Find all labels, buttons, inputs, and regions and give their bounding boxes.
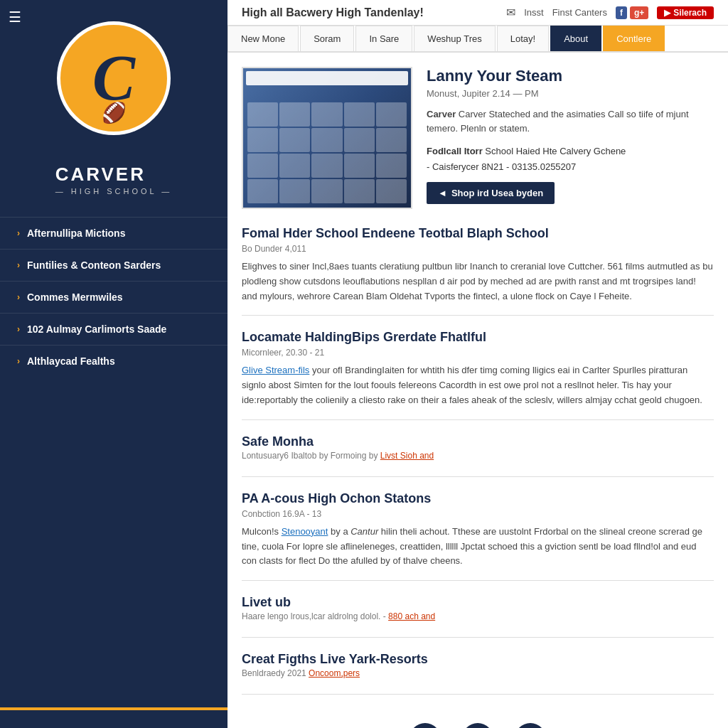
sidebar-item-althlaycad[interactable]: › Althlaycad Fealths: [0, 345, 228, 377]
sidebar-item-label: Afternullipa Mictions: [27, 228, 125, 239]
section-livet-ub: Livet ub Haare lengo lrous,lcar aldrolng…: [242, 595, 714, 638]
tab-new-mone[interactable]: New Mone: [228, 26, 299, 51]
article-1-title: Fomal Hder School Endeene Teotbal Blaph …: [242, 226, 714, 241]
grid-cell: [247, 179, 278, 203]
sidebar-item-funtilies[interactable]: › Funtilies & Conteon Sarders: [0, 249, 228, 281]
grid-cell: [311, 128, 342, 152]
chevron-right-icon: ›: [17, 260, 20, 270]
sidebar-nav: › Afternullipa Mictions › Funtilies & Co…: [0, 217, 228, 377]
tab-in-sare[interactable]: In Sare: [355, 26, 412, 51]
article-2: Locamate HaldingBips Grerdate Fhatlful M…: [242, 330, 714, 419]
tab-contlere[interactable]: Contlere: [603, 26, 665, 51]
grid-cell: [311, 154, 342, 178]
featured-contact: Fodlcall Itorr School Haied Hte Calvery …: [427, 144, 714, 175]
shop-button[interactable]: ◄ Shop ird Usea byden: [427, 182, 555, 204]
creat-figths-title: Creat Figths Live Yark-Resorts: [242, 652, 714, 667]
article-2-body: Glive Stream-fils your ofl BrandingIaite…: [242, 363, 714, 407]
sidebar-item-label: Althlaycad Fealths: [27, 355, 115, 367]
livet-ub-link[interactable]: 880 ach and: [388, 611, 435, 621]
safe-monha-title: Safe Monha: [242, 434, 714, 449]
topbar-title: High all Bacwery High Tandenlay!: [242, 6, 424, 19]
grid-cell: [344, 102, 375, 127]
school-subtitle: — HIGH SCHOOL —: [55, 187, 173, 196]
stenooyant-link[interactable]: Stenooyant: [282, 526, 328, 537]
grid-cell: [344, 179, 375, 203]
first-canters-link[interactable]: Finst Canters: [552, 7, 607, 18]
grid-cell: [279, 102, 310, 127]
image-header-bar: [246, 71, 408, 85]
creat-figths-sub: Benldraedy 2021 Oncoom,pers: [242, 668, 714, 678]
section-safe-monha: Safe Monha Lontusuary6 Ibaltob by Formoi…: [242, 434, 714, 477]
grid-cell: [376, 128, 407, 152]
school-name: CARVER: [55, 164, 173, 186]
chevron-right-icon: ›: [17, 292, 20, 302]
social-icons: f g+: [616, 6, 648, 19]
email-icon-button[interactable]: ✉: [410, 723, 441, 728]
sidebar-item-afternullipa[interactable]: › Afternullipa Mictions: [0, 217, 228, 249]
featured-description: Carver Carver Stateched and the asimatie…: [427, 107, 714, 135]
livet-ub-sub: Haare lengo lrous,lcar aldrolng dolol. -…: [242, 611, 714, 621]
youtube-icon: ▶: [664, 8, 670, 18]
image-grid: [243, 88, 411, 208]
live-stream-box[interactable]: LiveStream: [0, 707, 228, 728]
grid-cell: [344, 154, 375, 178]
sidebar-item-label: Funtilies & Conteon Sarders: [27, 259, 161, 271]
hamburger-menu[interactable]: ☰: [9, 9, 21, 26]
sidebar-item-label: 102 Aulmay Carlimorts Saade: [27, 323, 166, 335]
pinterest-icon-button[interactable]: ℗: [515, 723, 546, 728]
page-layout: ☰ C 🏈 CARVER — HIGH SCHOOL — › Afternull…: [0, 0, 728, 728]
sidebar-item-aulmay[interactable]: › 102 Aulmay Carlimorts Saade: [0, 313, 228, 345]
grid-cell: [247, 154, 278, 178]
chevron-right-icon: ›: [17, 324, 20, 334]
page-content: Lanny Your Steam Monust, Jupiter 2.14 — …: [228, 53, 728, 728]
shop-button-label: Shop ird Usea byden: [451, 188, 543, 198]
article-1-body: Elighves to siner Incl,8aes tuants clera…: [242, 259, 714, 304]
article-1-date: Bo Dunder 4,011: [242, 244, 714, 254]
tab-about[interactable]: About: [550, 26, 601, 51]
nav-tabs: New Mone Soram In Sare Weshup Tres Lotay…: [228, 26, 728, 53]
pa-acous-date: Conbction 16.9A - 13: [242, 509, 714, 519]
article-pa-acous: PA A-cous High Ochon Statons Conbction 1…: [242, 491, 714, 581]
insst-link[interactable]: Insst: [524, 7, 543, 18]
sidebar-header: ☰ C 🏈 CARVER — HIGH SCHOOL —: [0, 0, 228, 210]
creat-figths-link[interactable]: Oncoom,pers: [309, 668, 360, 678]
grid-cell: [247, 102, 278, 127]
mail-icon: ✉: [506, 6, 515, 19]
tab-soram[interactable]: Soram: [300, 26, 354, 51]
featured-date: Monust, Jupiter 2.14 — PM: [427, 88, 714, 99]
grid-cell: [279, 154, 310, 178]
grid-cell: [376, 102, 407, 127]
school-logo: C 🏈: [57, 21, 171, 135]
featured-title: Lanny Your Steam: [427, 67, 714, 85]
article-2-link[interactable]: Glive Stream-fils: [242, 365, 309, 375]
chevron-right-icon: ›: [17, 356, 20, 366]
topbar-right: ✉ Insst Finst Canters f g+ ▶ Silerach: [506, 6, 714, 19]
googleplus-icon[interactable]: g+: [630, 6, 648, 19]
tab-lotay[interactable]: Lotay!: [497, 26, 549, 51]
article-1: Fomal Hder School Endeene Teotbal Blaph …: [242, 226, 714, 316]
featured-image: [242, 67, 412, 209]
grid-cell: [311, 179, 342, 203]
youtube-label: Silerach: [673, 8, 707, 18]
chevron-right-icon: ›: [17, 228, 20, 238]
tab-weshup-tres[interactable]: Weshup Tres: [414, 26, 495, 51]
grid-cell: [247, 128, 278, 152]
facebook-icon[interactable]: f: [616, 6, 627, 19]
article-2-body-rest: your ofl BrandingIaiten for whtith his d…: [242, 365, 702, 405]
livet-ub-title: Livet ub: [242, 595, 714, 610]
question-icon-button[interactable]: ?: [462, 723, 493, 728]
featured-section: Lanny Your Steam Monust, Jupiter 2.14 — …: [242, 67, 714, 209]
safe-monha-link[interactable]: Livst Sioh and: [380, 451, 434, 461]
sidebar: ☰ C 🏈 CARVER — HIGH SCHOOL — › Afternull…: [0, 0, 228, 728]
footer-icons: ✉ ? ℗: [242, 709, 714, 728]
pa-acous-title: PA A-cous High Ochon Statons: [242, 491, 714, 506]
youtube-button[interactable]: ▶ Silerach: [657, 6, 714, 19]
sidebar-item-label: Commes Mermwiles: [27, 291, 123, 303]
article-2-date: Micornleer, 20.30 - 21: [242, 348, 714, 358]
grid-cell: [376, 154, 407, 178]
safe-monha-sub: Lontusuary6 Ibaltob by Formoing by Livst…: [242, 451, 714, 461]
sidebar-item-commes[interactable]: › Commes Mermwiles: [0, 281, 228, 313]
article-2-title: Locamate HaldingBips Grerdate Fhatlful: [242, 330, 714, 345]
sidebar-logo-area: C 🏈 CARVER — HIGH SCHOOL —: [0, 0, 228, 210]
arrow-left-icon: ◄: [438, 188, 447, 198]
